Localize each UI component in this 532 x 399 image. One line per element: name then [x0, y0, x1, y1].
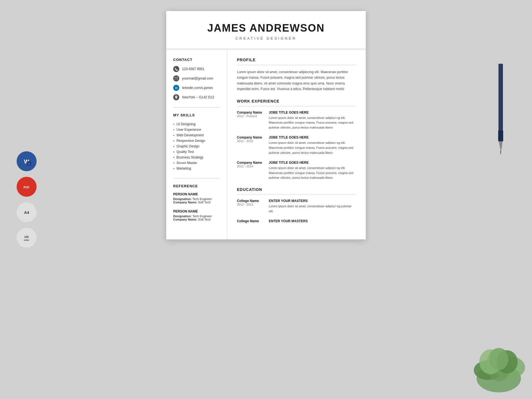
svg-marker-17 [499, 141, 503, 152]
svg-marker-18 [500, 151, 501, 155]
edu-left: College Name 2012 - 2013 [237, 199, 265, 214]
resume-document: JAMES ANDREWSON CREATIVE DESIGNER CONTAC… [166, 11, 366, 239]
profile-section: PROFILE Lorem ipsum dolor sit amet, cons… [237, 58, 356, 92]
work-left: Company Name 2012 - Present [237, 111, 265, 130]
side-icons: W ≡ PDF A4 US letter [17, 151, 37, 248]
location-icon [173, 94, 179, 100]
skill-item: Web Development [173, 132, 220, 138]
svg-rect-16 [498, 130, 503, 141]
work-item: Company Name 2012 - 2016 JOBE TITLE GOES… [237, 135, 356, 155]
linkedin-url[interactable]: linkedin.com/s.james [182, 86, 213, 90]
work-period: 2012 - Present [237, 114, 265, 118]
a4-icon[interactable]: A4 [17, 202, 37, 222]
skill-item: Marketing [173, 166, 220, 171]
skill-item: Business Strategy [173, 155, 220, 160]
edu-college: College Name [237, 219, 265, 223]
reference-list: PERSON NAME Designation: Tech Engineer C… [173, 192, 220, 221]
contact-title: CONTACT [173, 58, 220, 62]
work-right: JOBE TITLE GOES HERE Lorem ipsum dolor s… [269, 161, 356, 180]
svg-point-25 [489, 348, 508, 370]
svg-text:≡: ≡ [29, 163, 30, 165]
reference-person: PERSON NAME Designation: Tech Engineer C… [173, 192, 220, 204]
profile-title: PROFILE [237, 58, 356, 62]
work-period: 2012 - 2016 [237, 139, 265, 143]
svg-text:US: US [24, 235, 29, 239]
work-left: Company Name 2012 - 2014 [237, 161, 265, 180]
email-icon [173, 75, 179, 81]
education-title: EDUCATION [237, 187, 356, 192]
ref-name: PERSON NAME [173, 209, 220, 213]
edu-desc: Lorem ipsum dolor sit amet, consectetuer… [269, 204, 356, 214]
skill-item: UI Designing [173, 121, 220, 127]
ref-designation: Designation: Tech Engineer [173, 197, 220, 201]
edu-item: College Name 2012 - 2013 ENTER YOUR MAST… [237, 199, 356, 214]
left-column: CONTACT 123-4567 8951 [166, 49, 227, 239]
work-title: JOBE TITLE GOES HERE [269, 111, 356, 114]
ref-company: Company Name: Soft Tech [173, 218, 220, 221]
work-period: 2012 - 2014 [237, 165, 265, 168]
edu-right: ENTER YOUR MASTERS [269, 219, 356, 224]
phone-number: 123-4567 8951 [182, 67, 204, 71]
edu-period: 2012 - 2013 [237, 203, 265, 206]
edu-left: College Name [237, 219, 265, 224]
contact-email: yourmail@gmail.com [173, 75, 220, 81]
last-name: ANDREWSON [249, 22, 324, 34]
education-divider [237, 195, 356, 195]
work-item: Company Name 2012 - 2014 JOBE TITLE GOES… [237, 161, 356, 180]
skill-item: Responsive Design [173, 138, 220, 144]
work-desc: Lorem ipsum dolor sit amet, consectetuer… [269, 140, 356, 155]
contact-linkedin: in linkedin.com/s.james [173, 85, 220, 91]
work-company: Company Name [237, 161, 265, 165]
word-icon[interactable]: W ≡ [17, 151, 37, 171]
ref-name: PERSON NAME [173, 192, 220, 196]
profile-divider [237, 65, 356, 65]
divider-1 [173, 107, 220, 108]
work-desc: Lorem ipsum dolor sit amet, consectetuer… [269, 116, 356, 130]
education-list: College Name 2012 - 2013 ENTER YOUR MAST… [237, 199, 356, 224]
pdf-icon[interactable]: PDF [17, 177, 37, 197]
svg-rect-14 [498, 53, 503, 64]
work-divider [237, 106, 356, 106]
reference-person: PERSON NAME Designation: Tech Engineer C… [173, 209, 220, 221]
profile-text: Lorem ipsum dolor sit amet, consectetuer… [237, 69, 356, 92]
work-experience-section: WORK EXPERIENCE Company Name 2012 - Pres… [237, 99, 356, 180]
edu-degree: ENTER YOUR MASTERS [269, 199, 356, 203]
work-title: JOBE TITLE GOES HERE [269, 161, 356, 165]
work-right: JOBE TITLE GOES HERE Lorem ipsum dolor s… [269, 135, 356, 155]
location-text: NewYork – G142 D12 [182, 95, 214, 99]
svg-text:letter: letter [24, 239, 29, 241]
edu-degree: ENTER YOUR MASTERS [269, 219, 356, 223]
ref-designation: Designation: Tech Engineer [173, 214, 220, 218]
reference-title: REFERENCE [173, 184, 220, 188]
contact-section: CONTACT 123-4567 8951 [173, 58, 220, 100]
skill-item: User Experience [173, 127, 220, 132]
svg-rect-15 [498, 64, 503, 130]
resume-body: CONTACT 123-4567 8951 [166, 49, 366, 239]
contact-location: NewYork – G142 D12 [173, 94, 220, 100]
work-title: JOBE TITLE GOES HERE [269, 135, 356, 139]
contact-phone: 123-4567 8951 [173, 66, 220, 72]
skill-item: Scrum Master [173, 160, 220, 166]
skill-item: Graphic Design [173, 144, 220, 149]
work-experience-title: WORK EXPERIENCE [237, 99, 356, 103]
ref-company: Company Name: Soft Tech [173, 201, 220, 204]
resume-header: JAMES ANDREWSON CREATIVE DESIGNER [166, 11, 366, 49]
plant-decoration [471, 337, 526, 393]
edu-item: College Name ENTER YOUR MASTERS [237, 219, 356, 224]
work-left: Company Name 2012 - 2016 [237, 135, 265, 155]
svg-text:A4: A4 [24, 210, 29, 215]
reference-section: REFERENCE PERSON NAME Designation: Tech … [173, 184, 220, 221]
right-column: PROFILE Lorem ipsum dolor sit amet, cons… [227, 49, 366, 239]
edu-right: ENTER YOUR MASTERS Lorem ipsum dolor sit… [269, 199, 356, 214]
us-letter-icon[interactable]: US letter [17, 228, 37, 248]
work-list: Company Name 2012 - Present JOBE TITLE G… [237, 111, 356, 180]
job-title: CREATIVE DESIGNER [180, 36, 352, 40]
svg-text:PDF: PDF [24, 186, 30, 189]
phone-icon [173, 66, 179, 72]
email-address[interactable]: yourmail@gmail.com [182, 76, 213, 80]
full-name: JAMES ANDREWSON [180, 22, 352, 34]
skills-section: MY SKILLS UI DesigningUser ExperienceWeb… [173, 113, 220, 171]
work-company: Company Name [237, 135, 265, 139]
skills-list: UI DesigningUser ExperienceWeb Developme… [173, 121, 220, 171]
linkedin-icon: in [173, 85, 179, 91]
